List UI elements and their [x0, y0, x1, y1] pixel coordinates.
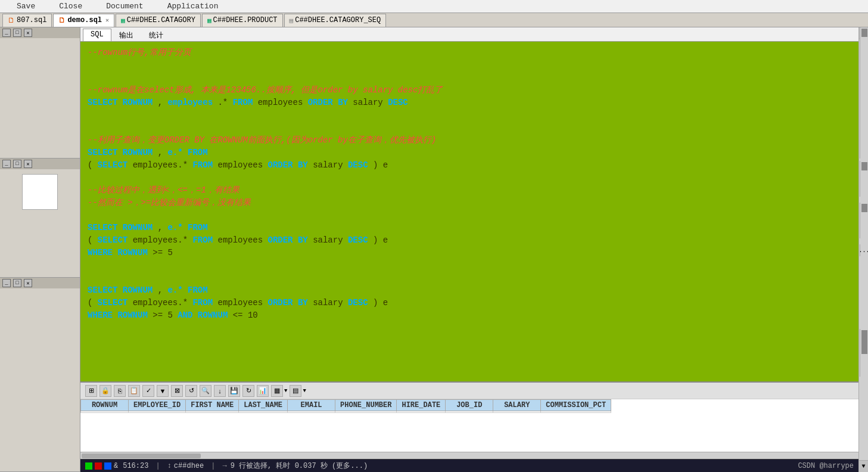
cell: [239, 411, 288, 413]
tab-product[interactable]: ▦ C##DHEE.PRODUCT: [202, 14, 283, 27]
cell: [541, 411, 611, 413]
refresh-btn2[interactable]: ↻: [242, 385, 254, 397]
restore-btn-3[interactable]: □: [13, 279, 21, 287]
sub-tab-output[interactable]: 输出: [111, 29, 141, 41]
copy-btn[interactable]: ⎘: [114, 385, 126, 397]
text-10: ) e: [373, 160, 388, 170]
editor-line-21: ( SELECT employees.* FROM employees ORDE…: [88, 297, 851, 309]
text-22: salary: [313, 298, 348, 308]
chart-btn[interactable]: 📊: [257, 385, 269, 397]
restore-btn-2[interactable]: □: [13, 160, 21, 168]
cell: [186, 411, 239, 413]
editor-line-7: [88, 122, 851, 134]
kw-select2: SELECT ROWNUM: [88, 148, 153, 157]
left-panel-content-1: [0, 38, 80, 74]
left-scrollbar-4[interactable]: [860, 329, 868, 377]
lock-btn[interactable]: 🔒: [99, 385, 111, 397]
col-hire-date[interactable]: HIRE_DATE: [397, 400, 446, 411]
tab-catseq[interactable]: ▤ C##DHEE.CATAGORY_SEQ: [284, 14, 387, 27]
col-phone-number[interactable]: PHONE_NUMBER: [335, 400, 397, 411]
left-scrollbar-1[interactable]: [860, 27, 868, 159]
kw-select7: SELECT: [98, 298, 127, 308]
status-sep2: |: [211, 462, 215, 470]
left-panel-header-3: _ □ ✕: [0, 278, 80, 288]
confirm-btn[interactable]: ✓: [142, 385, 154, 397]
tab-close-btn[interactable]: ✕: [105, 17, 109, 24]
restore-btn-1[interactable]: □: [13, 29, 21, 37]
tab-demosql[interactable]: 🗋 demo.sql ✕: [53, 14, 114, 27]
panel-preview: [22, 174, 58, 210]
close-btn-1[interactable]: ✕: [24, 29, 32, 37]
cell: [81, 411, 129, 413]
editor-line-4: --rownum是在select形成, 本来是123456..按顺序, 但是or…: [88, 84, 851, 97]
col-employee-id[interactable]: EMPLOYEE_ID: [129, 400, 186, 411]
table-group: ▤ ▼: [290, 385, 306, 397]
sub-tab-stats[interactable]: 统计: [141, 29, 171, 41]
text-6: (: [88, 160, 92, 170]
comment-2: --rownum是在select形成, 本来是123456..按顺序, 但是or…: [88, 85, 443, 95]
col-rownum[interactable]: ROWNUM: [81, 400, 129, 411]
kw-select3: SELECT: [98, 160, 127, 170]
left-panel-section-2: _ □ ✕ ...: [0, 159, 80, 278]
bar-chart-btn[interactable]: ▦: [271, 385, 283, 397]
comment-1: --rownum行号,常用于分页: [88, 48, 191, 57]
close-btn-2[interactable]: ✕: [24, 160, 32, 168]
minimize-btn-1[interactable]: _: [2, 29, 11, 37]
text-15: salary: [313, 235, 348, 245]
tab-label5: C##DHEE.CATAGORY_SEQ: [295, 16, 381, 24]
editor-line-12: --比较过程中，遇到<，<=，=1，有结果: [88, 184, 851, 197]
text-5: ,: [158, 148, 168, 157]
tab-807sql[interactable]: 🗋 807.sql: [2, 14, 52, 27]
col-first-name[interactable]: FIRST NAME: [186, 400, 239, 411]
save-btn[interactable]: 💾: [228, 385, 240, 397]
sql-editor[interactable]: --rownum行号,常用于分页 --rownum是在select形成, 本来是…: [80, 42, 858, 381]
chart-dropdown-icon[interactable]: ▼: [284, 388, 287, 394]
hscroll-bar[interactable]: [80, 452, 858, 459]
sub-tab-sql[interactable]: SQL: [83, 29, 111, 41]
table-view-btn[interactable]: ▤: [290, 385, 301, 397]
text-17: >=: [153, 248, 163, 257]
text-9: salary: [313, 160, 348, 170]
col-salary[interactable]: SALARY: [493, 400, 541, 411]
close-btn-3[interactable]: ✕: [24, 279, 32, 287]
result-table-wrap[interactable]: ROWNUM EMPLOYEE_ID FIRST NAME LAST_NAME …: [80, 399, 858, 452]
left-scrollbar-2[interactable]: [860, 161, 868, 197]
editor-line-18: [88, 259, 851, 272]
filter-down-btn[interactable]: ▼: [157, 385, 169, 397]
col-last-name[interactable]: LAST_NAME: [239, 400, 288, 411]
status-rows-arrow: →: [222, 462, 226, 470]
expand-btn[interactable]: ...: [860, 244, 868, 256]
window-controls-1: _ □ ✕: [2, 29, 32, 37]
minimize-btn-3[interactable]: _: [2, 279, 11, 287]
tab-catagory[interactable]: ▦ C##DHEE.CATAGORY: [116, 14, 201, 27]
editor-line-5: SELECT ROWNUM , employees .* FROM employ…: [88, 97, 851, 109]
left-panel-content-2: ...: [0, 169, 80, 215]
refresh-btn1[interactable]: ↺: [185, 385, 197, 397]
text-25: <=: [233, 310, 243, 320]
status-bar: & 516:23 | ↕ c##dhee | → 9 行被选择, 耗时 0.03…: [80, 459, 858, 472]
toolbar-save[interactable]: Save: [5, 2, 47, 11]
minimize-btn-2[interactable]: _: [2, 160, 11, 168]
col-commission-pct[interactable]: COMMISSION_PCT: [541, 400, 611, 411]
editor-line-1: --rownum行号,常用于分页: [88, 46, 851, 59]
kw-select4: SELECT ROWNUM: [88, 223, 153, 232]
left-scrollbar-3[interactable]: [860, 203, 868, 238]
scroll-down-btn[interactable]: ▼: [859, 460, 868, 472]
toolbar-close[interactable]: Close: [47, 2, 94, 11]
grid-btn[interactable]: ⊞: [85, 385, 97, 397]
col-email[interactable]: EMAIL: [288, 400, 335, 411]
text-24: >=: [153, 310, 163, 320]
search-btn[interactable]: 🔍: [200, 385, 211, 397]
col-job-id[interactable]: JOB_ID: [446, 400, 493, 411]
toolbar-document[interactable]: Document: [94, 2, 155, 11]
nav-down-btn[interactable]: ↓: [214, 385, 226, 397]
cell: [446, 411, 493, 413]
paste-btn[interactable]: 📋: [128, 385, 140, 397]
toolbar-application[interactable]: Application: [155, 2, 231, 11]
table-dropdown-icon[interactable]: ▼: [303, 388, 306, 394]
filter-btn[interactable]: ⊠: [171, 385, 183, 397]
text-16: ) e: [373, 235, 388, 245]
kw-orderby2: ORDER BY: [268, 160, 308, 170]
left-panel-header-1: _ □ ✕: [0, 27, 80, 38]
text-13: employees.*: [133, 235, 193, 245]
